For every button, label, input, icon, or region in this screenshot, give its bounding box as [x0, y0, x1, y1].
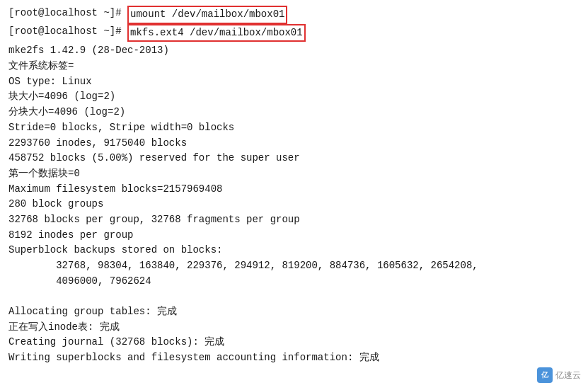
output-line-16: 4096000, 7962624 [8, 274, 580, 289]
output-line-17 [8, 289, 580, 304]
watermark-logo: 亿 [537, 367, 553, 383]
cmd-box-1: umount /dev/mailbox/mbox01 [127, 6, 287, 24]
output-line-14: Superblock backups stored on blocks: [8, 243, 580, 258]
output-line-13: 8192 inodes per group [8, 228, 580, 243]
prompt-block-2: [root@localhost ~]# mkfs.ext4 /dev/mailb… [8, 24, 580, 42]
output-line-4: 块大小=4096 (log=2) [8, 89, 580, 105]
output-line-12: 32768 blocks per group, 32768 fragments … [8, 212, 580, 228]
cmd1-text: umount /dev/mailbox/mbox01 [130, 7, 284, 23]
watermark-logo-text: 亿 [541, 370, 548, 380]
output-line-1: mke2fs 1.42.9 (28-Dec-2013) [8, 43, 580, 59]
cmd2-text: mkfs.ext4 /dev/mailbox/mbox01 [130, 25, 303, 41]
prompt-label-1: [root@localhost ~]# [8, 6, 127, 21]
output-line-11: 280 block groups [8, 197, 580, 212]
output-line-10: Maximum filesystem blocks=2157969408 [8, 182, 580, 197]
output-line-21: Writing superblocks and filesystem accou… [8, 350, 580, 366]
output-line-9: 第一个数据块=0 [8, 166, 580, 182]
output-line-6: Stride=0 blocks, Stripe width=0 blocks [8, 120, 580, 136]
output-line-15: 32768, 98304, 163840, 229376, 294912, 81… [8, 258, 580, 274]
output-line-19: 正在写入inode表: 完成 [8, 320, 580, 335]
output-line-20: Creating journal (32768 blocks): 完成 [8, 335, 580, 350]
output-line-5: 分块大小=4096 (log=2) [8, 105, 580, 120]
output-line-18: Allocating group tables: 完成 [8, 304, 580, 320]
output-line-7: 2293760 inodes, 9175040 blocks [8, 136, 580, 151]
output-line-3: OS type: Linux [8, 74, 580, 90]
output-line-2: 文件系统标签= [8, 59, 580, 74]
watermark-site-text: 亿速云 [555, 369, 581, 382]
watermark: 亿 亿速云 [537, 367, 581, 383]
terminal-window: [root@localhost ~]# umount /dev/mailbox/… [0, 0, 588, 372]
cmd-box-2: mkfs.ext4 /dev/mailbox/mbox01 [127, 24, 306, 42]
output-line-8: 458752 blocks (5.00%) reserved for the s… [8, 151, 580, 166]
prompt-label-2: [root@localhost ~]# [8, 24, 127, 40]
prompt-block-1: [root@localhost ~]# umount /dev/mailbox/… [8, 6, 580, 24]
